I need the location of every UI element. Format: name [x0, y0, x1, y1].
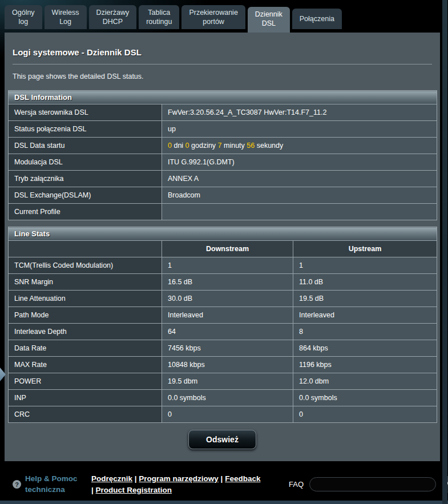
row-value-upstream: 0.0 symbols	[293, 390, 437, 406]
table-row: Current Profile	[9, 204, 437, 220]
row-label: INP	[9, 390, 162, 406]
tab-dziennik-dsl[interactable]: Dziennik DSL	[248, 7, 290, 33]
row-label: DSL Data startu	[9, 138, 162, 154]
row-value-downstream: 0	[162, 406, 293, 423]
row-value-upstream: 864 kbps	[293, 340, 437, 357]
table-row: DSL Exchange(DSLAM)Broadcom	[9, 187, 437, 204]
table-row: Interleave Depth648	[9, 324, 437, 340]
uptime-unit: sekundy	[255, 142, 283, 150]
row-label: Line Attenuation	[9, 291, 162, 307]
table-row: SNR Margin16.5 dB11.0 dB	[9, 274, 437, 291]
row-label: Interleave Depth	[9, 324, 162, 340]
line-stats-table: Line Stats DownstreamUpstream TCM(Trelli…	[8, 227, 437, 423]
table-row: INP0.0 symbols0.0 symbols	[9, 390, 437, 406]
column-header-row: DownstreamUpstream	[9, 241, 437, 257]
page-description: This page shows the detailed DSL status.	[13, 72, 432, 80]
uptime-number: 0	[185, 142, 189, 150]
faq-search-input[interactable]	[309, 477, 436, 491]
table-section-header-row: Line Stats	[9, 227, 437, 241]
tab-przekierowanie-portów[interactable]: Przekierowanie portów	[181, 5, 245, 30]
title-divider	[13, 64, 432, 64]
column-header-downstream: Downstream	[162, 241, 293, 257]
row-value-downstream: 1	[162, 257, 293, 274]
tab-tablica-routingu[interactable]: Tablica routingu	[139, 5, 179, 30]
row-label: Path Mode	[9, 307, 162, 324]
help-icon[interactable]: ?	[13, 480, 21, 489]
row-label: Current Profile	[9, 204, 162, 220]
column-header-empty	[9, 241, 162, 257]
table-row: POWER19.5 dbm12.0 dbm	[9, 373, 437, 390]
content-panel: Logi systemowe - Dziennik DSL This page …	[5, 33, 440, 461]
help-support-label: Help & Pomoc techniczna	[25, 474, 82, 494]
row-value-downstream: 64	[162, 324, 293, 340]
bottom-edge	[0, 501, 448, 504]
row-label: Status połączenia DSL	[9, 121, 162, 138]
row-label: CRC	[9, 406, 162, 423]
row-value-downstream: 19.5 dbm	[162, 373, 293, 390]
row-value: up	[162, 121, 437, 138]
uptime-number: 56	[247, 142, 255, 150]
footer-links: Podręcznik | Program narzędziowy | Feedb…	[91, 473, 264, 495]
uptime-number: 0	[168, 142, 172, 150]
row-value-upstream: 1	[293, 257, 437, 274]
row-value-upstream: 11.0 dB	[293, 274, 437, 291]
row-value: Broadcom	[162, 187, 437, 204]
table-row: DSL Data startu0 dni 0 godziny 7 minuty …	[9, 138, 437, 154]
row-label: Modulacja DSL	[9, 154, 162, 171]
row-value-upstream: 19.5 dB	[293, 291, 437, 307]
line-stats-header: Line Stats	[9, 227, 437, 241]
row-value: ITU G.992.1(G.DMT)	[162, 154, 437, 171]
tab-wireless-log[interactable]: Wireless Log	[45, 5, 87, 30]
table-row: Tryb załącznikaANNEX A	[9, 171, 437, 187]
footer-link-product-registration[interactable]: Product Registration	[96, 486, 172, 494]
tab-dzierżawy-dhcp[interactable]: Dzierżawy DHCP	[89, 5, 137, 30]
row-label: SNR Margin	[9, 274, 162, 291]
row-value	[162, 204, 437, 220]
table-row: Path ModeInterleavedInterleaved	[9, 307, 437, 324]
table-row: MAX Rate10848 kbps1196 kbps	[9, 357, 437, 373]
page-right-edge	[442, 0, 447, 504]
tab-ogólny-log[interactable]: Ogólny log	[5, 5, 42, 30]
uptime-unit: godziny	[189, 142, 218, 150]
table-row: Wersja sterownika DSLFwVer:3.20.56.24_A_…	[9, 104, 437, 121]
table-row: Status połączenia DSLup	[9, 121, 437, 138]
row-value-upstream: 1196 kbps	[293, 357, 437, 373]
row-label: TCM(Trellis Coded Modulation)	[9, 257, 162, 274]
refresh-button[interactable]: Odswież	[188, 430, 256, 449]
page-title: Logi systemowe - Dziennik DSL	[8, 33, 437, 57]
row-value-upstream: 12.0 dbm	[293, 373, 437, 390]
uptime-unit: dni	[172, 142, 185, 150]
column-header-upstream: Upstream	[293, 241, 437, 257]
row-value-downstream: 0.0 symbols	[162, 390, 293, 406]
uptime-unit: minuty	[222, 142, 247, 150]
button-row: Odswież	[8, 430, 437, 449]
row-value: 0 dni 0 godziny 7 minuty 56 sekundy	[162, 138, 437, 154]
footer-link-podręcznik[interactable]: Podręcznik	[91, 474, 132, 483]
row-value-downstream: Interleaved	[162, 307, 293, 324]
row-label: DSL Exchange(DSLAM)	[9, 187, 162, 204]
row-value-upstream: 8	[293, 324, 437, 340]
tab-połączenia[interactable]: Połączenia	[292, 9, 342, 29]
row-value: ANNEX A	[162, 171, 437, 187]
table-section-header-row: DSL Information	[9, 91, 437, 104]
footer-link-program-narzędziowy[interactable]: Program narzędziowy	[139, 474, 219, 483]
row-value: FwVer:3.20.56.24_A_TC3087 HwVer:T14.F7_1…	[162, 104, 437, 121]
row-label: Wersja sterownika DSL	[9, 104, 162, 121]
uptime-number: 7	[218, 142, 222, 150]
row-label: POWER	[9, 373, 162, 390]
row-value-downstream: 7456 kbps	[162, 340, 293, 357]
row-value-downstream: 16.5 dB	[162, 274, 293, 291]
footer-link-feedback[interactable]: Feedback	[225, 474, 260, 483]
row-label: Tryb załącznika	[9, 171, 162, 187]
row-value-upstream: Interleaved	[293, 307, 437, 324]
faq-label: FAQ	[289, 480, 304, 489]
footer: ? Help & Pomoc techniczna Podręcznik | P…	[0, 461, 448, 501]
row-label: MAX Rate	[9, 357, 162, 373]
row-label: Data Rate	[9, 340, 162, 357]
row-value-upstream: 0	[293, 406, 437, 423]
dsl-information-header: DSL Information	[9, 91, 437, 104]
table-row: Modulacja DSLITU G.992.1(G.DMT)	[9, 154, 437, 171]
table-row: TCM(Trellis Coded Modulation)11	[9, 257, 437, 274]
table-row: CRC00	[9, 406, 437, 423]
table-row: Data Rate7456 kbps864 kbps	[9, 340, 437, 357]
